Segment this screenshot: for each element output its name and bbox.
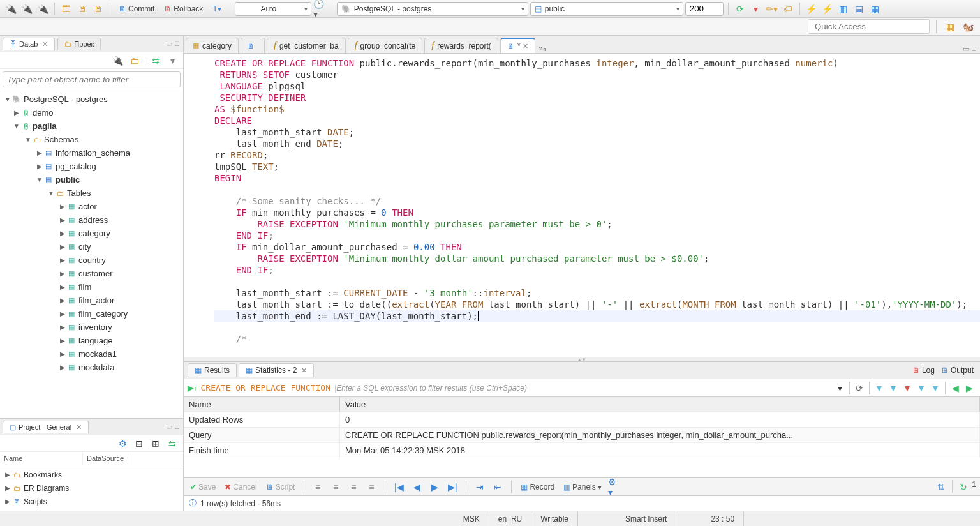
filter4-icon[interactable]: ▼	[914, 381, 928, 395]
collapse-icon[interactable]: ⊟	[132, 437, 146, 451]
nav-first-icon[interactable]: |◀	[392, 480, 406, 494]
gear-icon[interactable]: ⚙ ▾	[608, 480, 622, 494]
plug-icon[interactable]: 🔌	[111, 54, 125, 68]
tree-table-city[interactable]: ▶▦city	[1, 240, 182, 253]
new-icon[interactable]: ⊞	[149, 437, 163, 451]
tree-filter-input[interactable]	[3, 71, 181, 87]
edit3-icon[interactable]: ≡	[346, 480, 360, 494]
schema-combo[interactable]: ▤public	[530, 2, 683, 16]
import-icon[interactable]: ⇤	[491, 480, 505, 494]
tab-results[interactable]: ▦Results	[188, 363, 237, 377]
edit1-icon[interactable]: ≡	[311, 480, 325, 494]
project-tree[interactable]: ▶🗀Bookmarks ▶🗀ER Diagrams ▶🖹Scripts	[0, 465, 183, 511]
nav-last-icon[interactable]: ▶|	[445, 480, 459, 494]
tree-schemas[interactable]: ▼🗀Schemas	[1, 133, 182, 146]
tree-table-customer[interactable]: ▶▦customer	[1, 267, 182, 280]
grid-head-name[interactable]: Name	[184, 397, 340, 412]
link-icon[interactable]: ⇆	[165, 437, 179, 451]
grid-row[interactable]: Updated Rows0	[184, 412, 980, 428]
minimize-icon[interactable]: ▭	[166, 40, 172, 48]
execute-icon[interactable]: ▶T	[188, 384, 197, 393]
grid-head-value[interactable]: Value	[340, 397, 980, 412]
bolt2-icon[interactable]: ⚡	[820, 2, 835, 16]
database-tree[interactable]: ▼🐘PostgreSQL - postgres ▶🛢demo ▼🛢pagila …	[0, 90, 183, 418]
tab-statistics[interactable]: ▦Statistics - 2✕	[239, 363, 314, 377]
log-button[interactable]: 🗎Log	[910, 364, 937, 376]
tree-table-mockada1[interactable]: ▶▦mockada1	[1, 347, 182, 361]
status-insert[interactable]: Smart Insert	[616, 511, 676, 526]
rollback-button[interactable]: 🗎Rollback	[160, 4, 207, 13]
auto-commit-combo[interactable]: Auto	[235, 2, 311, 16]
close-icon[interactable]: ✕	[301, 366, 307, 375]
chevron-down-icon[interactable]: ▾	[833, 381, 847, 395]
filter1-icon[interactable]: ▼	[872, 381, 886, 395]
maximize-icon[interactable]: □	[972, 45, 976, 53]
tree-table-inventory[interactable]: ▶▦inventory	[1, 320, 182, 334]
menu-icon[interactable]: ▾	[165, 54, 179, 68]
gear-icon[interactable]: ⚙	[115, 437, 130, 451]
tree-table-category[interactable]: ▶▦category	[1, 227, 182, 240]
proj-bookmarks[interactable]: ▶🗀Bookmarks	[1, 468, 182, 481]
maximize-icon[interactable]: □	[175, 40, 179, 48]
tag-icon[interactable]: 🏷	[781, 2, 795, 16]
tree-table-film_actor[interactable]: ▶▦film_actor	[1, 294, 182, 307]
tree-table-film[interactable]: ▶▦film	[1, 280, 182, 294]
tab-databases[interactable]: 🗄Datab✕	[3, 38, 55, 50]
row-limit-input[interactable]	[685, 2, 724, 16]
tab-projects[interactable]: 🗀Проек	[57, 38, 101, 50]
filter5-icon[interactable]: ▼	[928, 381, 942, 395]
minimize-icon[interactable]: ▭	[166, 423, 172, 431]
sql-open-icon[interactable]: 🗎	[75, 2, 89, 16]
next-green-icon[interactable]: ▶	[962, 381, 976, 395]
export-icon[interactable]: ⇥	[473, 480, 487, 494]
record-button[interactable]: ▦Record	[518, 481, 557, 493]
tree-connection[interactable]: ▼🐘PostgreSQL - postgres	[1, 93, 182, 106]
tree-table-actor[interactable]: ▶▦actor	[1, 200, 182, 213]
brush-icon[interactable]: ✏▾	[765, 2, 779, 16]
tree-db-demo[interactable]: ▶🛢demo	[1, 106, 182, 119]
prev-green-icon[interactable]: ◀	[948, 381, 962, 395]
save-button[interactable]: ✔Save	[188, 481, 218, 493]
tab-project-general[interactable]: ▢Project - General✕	[3, 421, 89, 433]
nav-next-icon[interactable]: ▶	[427, 480, 442, 494]
tree-table-country[interactable]: ▶▦country	[1, 253, 182, 267]
editor-tab[interactable]: fgroup_concat(te	[348, 38, 423, 53]
perspective-db-icon[interactable]: ▦	[943, 20, 957, 34]
editor-tab[interactable]: 🗎	[241, 38, 265, 53]
edit4-icon[interactable]: ≡	[364, 480, 378, 494]
editor-tab[interactable]: frewards_report(	[424, 38, 498, 53]
stop-icon[interactable]: ▾	[749, 2, 763, 16]
tree-schema-info[interactable]: ▶▤information_schema	[1, 146, 182, 160]
tree-table-address[interactable]: ▶▦address	[1, 213, 182, 227]
tree-db-pagila[interactable]: ▼🛢pagila	[1, 119, 182, 133]
close-icon[interactable]: ✕	[523, 42, 528, 50]
tree-tables[interactable]: ▼🗀Tables	[1, 186, 182, 200]
refresh-icon[interactable]: ⟳	[733, 2, 747, 16]
results-grid[interactable]: Name Value Updated Rows0QueryCREATE OR R…	[184, 397, 980, 477]
history-icon[interactable]: 🕑▾	[313, 2, 327, 16]
plug-new-icon[interactable]: 🔌	[20, 2, 34, 16]
overflow-tabs-icon[interactable]: »₄	[539, 44, 547, 53]
layout2-icon[interactable]: ▤	[852, 2, 866, 16]
editor-tab[interactable]: ▦category	[186, 38, 239, 53]
connection-combo[interactable]: 🐘PostgreSQL - postgres	[337, 2, 528, 16]
edit2-icon[interactable]: ≡	[329, 480, 343, 494]
nav-prev-icon[interactable]: ◀	[410, 480, 424, 494]
proj-scripts[interactable]: ▶🖹Scripts	[1, 495, 182, 508]
filter3-icon[interactable]: ▼	[900, 381, 914, 395]
grid-row[interactable]: Finish timeMon Mar 05 14:22:39 MSK 2018	[184, 443, 980, 458]
minimize-icon[interactable]: ▭	[963, 45, 969, 53]
tree-table-language[interactable]: ▶▦language	[1, 334, 182, 347]
layout1-icon[interactable]: ▥	[836, 2, 850, 16]
tx-mode-button[interactable]: T▾	[209, 4, 225, 13]
cancel-button[interactable]: ✖Cancel	[222, 481, 259, 493]
tree-table-film_category[interactable]: ▶▦film_category	[1, 307, 182, 320]
filter2-icon[interactable]: ▼	[886, 381, 900, 395]
quick-access-input[interactable]	[808, 19, 930, 34]
proj-er[interactable]: ▶🗀ER Diagrams	[1, 481, 182, 495]
plug-disconnect-icon[interactable]: 🔌	[36, 2, 50, 16]
pin-icon[interactable]: ⇅	[934, 480, 948, 494]
grid-row[interactable]: QueryCREATE OR REPLACE FUNCTION public.r…	[184, 428, 980, 443]
sql-new-icon[interactable]: 🗎	[91, 2, 105, 16]
status-mode[interactable]: Writable	[531, 511, 578, 526]
